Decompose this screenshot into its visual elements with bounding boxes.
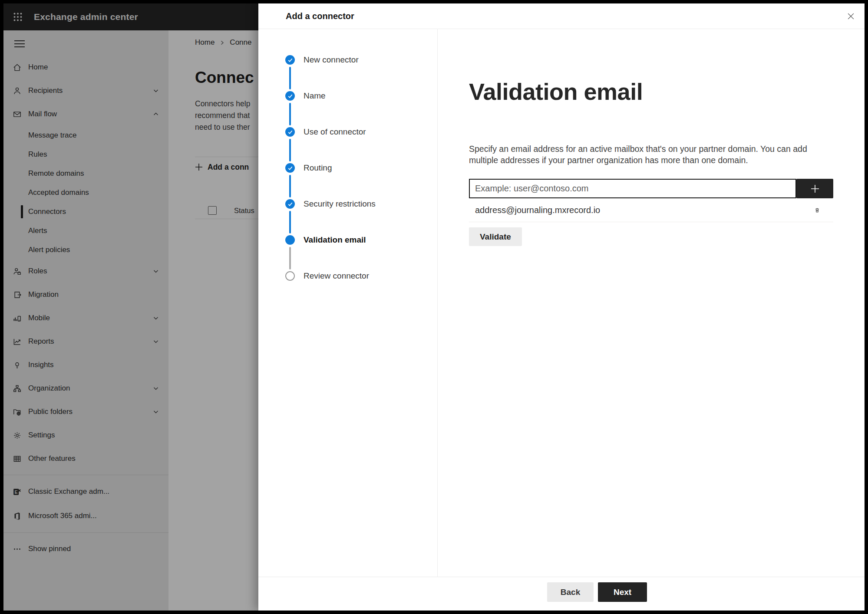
step-complete-icon xyxy=(285,199,295,209)
wizard-step-routing: Routing xyxy=(285,163,437,199)
email-entry-row xyxy=(469,179,833,198)
address-list-item: address@journaling.mxrecord.io xyxy=(469,198,833,222)
step-connector-line xyxy=(289,175,291,197)
step-complete-icon xyxy=(285,163,295,173)
wizard-step-security-restrictions: Security restrictions xyxy=(285,199,437,235)
step-label: Use of connector xyxy=(304,127,366,137)
dialog-content: Validation email Specify an email addres… xyxy=(438,29,865,577)
close-button[interactable] xyxy=(844,9,858,23)
step-complete-icon xyxy=(285,55,295,65)
wizard-step-name: Name xyxy=(285,91,437,127)
back-button[interactable]: Back xyxy=(547,582,594,602)
step-connector-line xyxy=(289,67,291,89)
step-heading: Validation email xyxy=(469,78,833,105)
step-label: Routing xyxy=(304,163,332,173)
step-connector-line xyxy=(289,103,291,125)
dialog-header: Add a connector xyxy=(258,3,865,29)
step-upcoming-icon xyxy=(285,271,295,281)
add-connector-dialog: Add a connector New connector xyxy=(258,3,865,611)
wizard-step-review-connector: Review connector xyxy=(285,271,437,307)
step-label: Security restrictions xyxy=(304,199,376,209)
step-current-icon xyxy=(285,235,295,245)
wizard-step-new-connector: New connector xyxy=(285,55,437,91)
address-text: address@journaling.mxrecord.io xyxy=(475,205,600,215)
wizard-step-validation-email: Validation email xyxy=(285,235,437,271)
step-complete-icon xyxy=(285,91,295,101)
delete-address-button[interactable] xyxy=(812,204,823,216)
screen: Exchange admin center Home xyxy=(3,3,865,611)
wizard-steps: New connector Name xyxy=(258,29,438,577)
step-description: Specify an email address for an active m… xyxy=(469,143,816,166)
step-label: Name xyxy=(304,91,326,101)
step-connector-line xyxy=(289,211,291,233)
dialog-title: Add a connector xyxy=(286,11,354,21)
next-button[interactable]: Next xyxy=(598,582,647,602)
dialog-footer: Back Next xyxy=(258,577,865,611)
add-email-button[interactable] xyxy=(796,179,833,198)
step-label: Review connector xyxy=(304,271,369,281)
step-label: Validation email xyxy=(304,235,366,245)
validate-button[interactable]: Validate xyxy=(469,227,522,246)
step-connector-line xyxy=(289,247,291,269)
wizard-step-use-of-connector: Use of connector xyxy=(285,127,437,163)
step-complete-icon xyxy=(285,127,295,137)
step-connector-line xyxy=(289,139,291,161)
email-input[interactable] xyxy=(469,179,796,198)
step-label: New connector xyxy=(304,55,359,65)
